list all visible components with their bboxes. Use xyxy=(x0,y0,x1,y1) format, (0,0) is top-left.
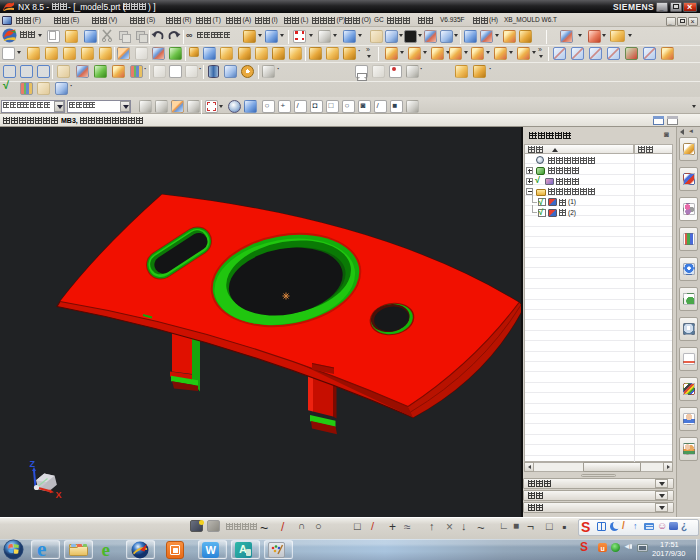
svg-text:Z: Z xyxy=(30,458,36,468)
svg-text:X: X xyxy=(56,489,62,499)
